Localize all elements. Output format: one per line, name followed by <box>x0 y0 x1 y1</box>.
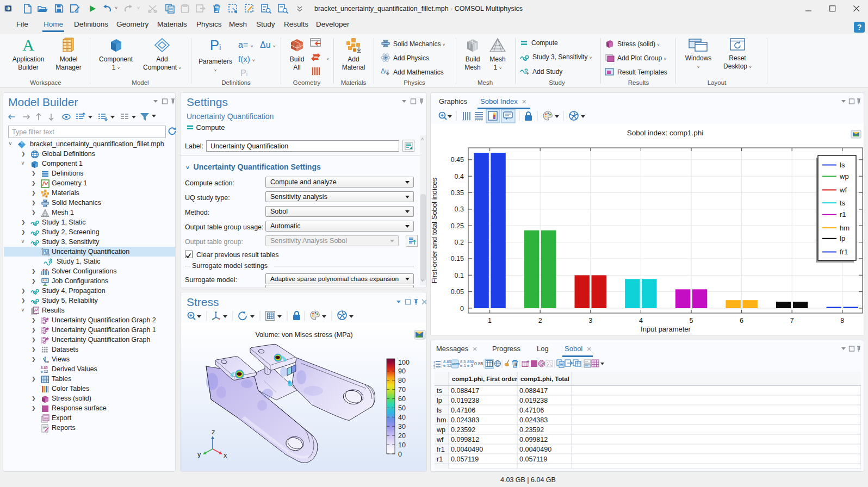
svg-text:0.25: 0.25 <box>451 222 464 230</box>
svg-text:0.4: 0.4 <box>455 173 464 180</box>
svg-text:0.099812: 0.099812 <box>519 436 548 444</box>
svg-text:x: x <box>224 451 227 459</box>
svg-text:comp1.phi, Total: comp1.phi, Total <box>520 376 569 382</box>
svg-text:z: z <box>212 428 215 436</box>
svg-text:wp: wp <box>436 426 445 434</box>
svg-text:0.1: 0.1 <box>455 272 464 279</box>
svg-text:0.23592: 0.23592 <box>451 426 475 434</box>
svg-text:e-12: e-12 <box>41 370 48 373</box>
svg-text:8: 8 <box>840 317 844 324</box>
svg-text:1: 1 <box>488 317 492 324</box>
svg-text:3: 3 <box>433 366 435 369</box>
svg-text:0.019238: 0.019238 <box>451 397 479 404</box>
svg-text:0.088417: 0.088417 <box>451 387 479 395</box>
svg-text:e-1: e-1 <box>460 363 466 368</box>
svg-text:0.05: 0.05 <box>451 288 464 296</box>
svg-text:70: 70 <box>398 386 406 394</box>
svg-text:ls: ls <box>840 161 845 169</box>
svg-text:First-order and total Sobol in: First-order and total Sobol indices <box>431 177 438 283</box>
svg-text:0.15: 0.15 <box>451 255 464 263</box>
svg-text:4: 4 <box>639 317 643 324</box>
svg-text:100: 100 <box>398 359 410 366</box>
svg-text:0.057119: 0.057119 <box>519 455 547 463</box>
svg-text:0.057119: 0.057119 <box>451 455 479 463</box>
svg-text:30: 30 <box>398 423 406 430</box>
svg-text:0.024383: 0.024383 <box>451 416 479 424</box>
svg-text:0.2: 0.2 <box>455 239 464 246</box>
svg-text:Sobol index: comp1.phi: Sobol index: comp1.phi <box>627 129 703 137</box>
svg-text:Volume: von Mises stress (MPa): Volume: von Mises stress (MPa) <box>255 331 352 339</box>
svg-text:60: 60 <box>398 395 406 403</box>
svg-text:3: 3 <box>588 317 592 324</box>
svg-text:0.47106: 0.47106 <box>451 407 475 414</box>
svg-text:6: 6 <box>740 317 743 324</box>
svg-text:0.3: 0.3 <box>455 205 464 213</box>
svg-text:fr1: fr1 <box>840 248 848 256</box>
svg-text:0.024383: 0.024383 <box>519 416 548 424</box>
svg-text:10: 10 <box>398 441 406 449</box>
svg-text:wp: wp <box>839 172 849 180</box>
svg-text:0.47106: 0.47106 <box>519 407 544 414</box>
svg-text:fr1: fr1 <box>437 446 445 453</box>
svg-text:hm: hm <box>437 416 446 424</box>
svg-text:0.019238: 0.019238 <box>519 397 548 404</box>
svg-text:2: 2 <box>538 317 542 324</box>
svg-text:AUTO: AUTO <box>452 363 460 366</box>
svg-text:y: y <box>197 450 201 458</box>
svg-text:comp1.phi, First order: comp1.phi, First order <box>452 376 518 382</box>
svg-text:7: 7 <box>790 317 794 324</box>
svg-text:0.0040490: 0.0040490 <box>519 446 551 453</box>
svg-text:wf: wf <box>436 436 444 444</box>
svg-text:0.0040490: 0.0040490 <box>451 446 483 453</box>
svg-text:0: 0 <box>398 451 402 458</box>
svg-text:0.23592: 0.23592 <box>519 426 544 434</box>
svg-text:0.45: 0.45 <box>451 156 464 164</box>
svg-text:50: 50 <box>398 404 406 412</box>
svg-text:0: 0 <box>460 305 464 313</box>
svg-text:Input parameter: Input parameter <box>641 325 691 333</box>
svg-text:40: 40 <box>398 414 406 421</box>
svg-text:8.85: 8.85 <box>41 366 48 370</box>
svg-text:20: 20 <box>398 432 406 440</box>
svg-text:80: 80 <box>398 377 406 384</box>
svg-text:e-12: e-12 <box>443 363 451 368</box>
svg-text:0.85: 0.85 <box>474 361 483 366</box>
svg-text:ts: ts <box>840 199 846 207</box>
svg-text:0.099812: 0.099812 <box>451 436 479 444</box>
svg-text:90: 90 <box>398 367 406 375</box>
svg-text:lp: lp <box>840 234 845 242</box>
svg-text:hm: hm <box>840 224 850 232</box>
svg-text:5: 5 <box>690 317 693 324</box>
svg-text:wf: wf <box>839 186 847 194</box>
svg-text:0.35: 0.35 <box>451 189 464 197</box>
svg-text:r1: r1 <box>840 210 846 218</box>
svg-text:lp: lp <box>437 397 442 404</box>
svg-text:ts: ts <box>437 387 442 395</box>
svg-text:ls: ls <box>437 407 442 414</box>
svg-text:e-3: e-3 <box>467 363 473 368</box>
svg-text:0.088417: 0.088417 <box>519 387 548 395</box>
svg-text:r1: r1 <box>437 455 443 463</box>
